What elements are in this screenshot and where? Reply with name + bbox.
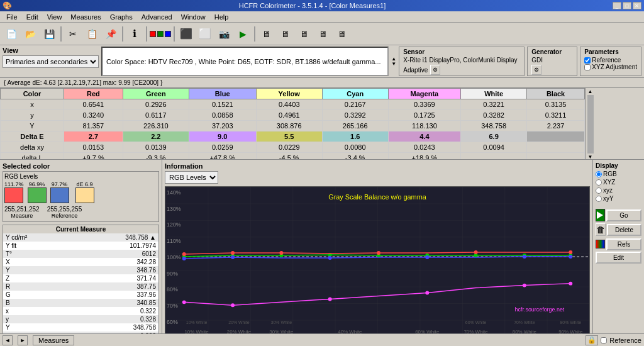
toolbar-monitor5[interactable]: 🖥 — [333, 25, 351, 43]
scroll-down[interactable]: ▼ — [588, 154, 593, 160]
delete-button[interactable]: Delete — [607, 224, 641, 236]
cell-cyan-dl: -3.4 % — [322, 153, 388, 160]
xyz-checkbox[interactable] — [584, 64, 591, 70]
reference-checkbox[interactable] — [584, 57, 591, 64]
view-select[interactable]: Primaries and secondaries — [3, 55, 99, 68]
toolbar-monitor4[interactable]: 🖥 — [314, 25, 332, 43]
menu-graphs[interactable]: Graphs — [106, 13, 136, 21]
status-icon: 🔒 — [586, 335, 598, 345]
color-space-arrows[interactable]: ▲ ▼ — [391, 47, 396, 76]
cm-label-X: X — [6, 259, 136, 265]
toolbar-pattern1[interactable]: ⬛ — [177, 25, 195, 43]
cell-yellow-x: 0.4403 — [256, 99, 322, 110]
toolbar-colors — [150, 31, 171, 37]
toolbar-new[interactable]: 📄 — [3, 25, 20, 43]
cell-blue-de: 9.0 — [189, 131, 256, 142]
nav-right-button[interactable]: ► — [18, 335, 28, 345]
blue-dot-2 — [231, 255, 235, 259]
maximize-button[interactable]: □ — [623, 2, 631, 9]
cm-row-11: y 0.328 — [3, 315, 158, 323]
title-bar-title: HCFR Colorimeter - 3.5.1.4 - [Color Meas… — [239, 2, 386, 9]
y-label-130: 130% — [167, 206, 181, 212]
toolbar-sep3 — [146, 26, 147, 42]
generator-settings-button[interactable]: ⚙ — [531, 65, 541, 75]
info-select[interactable]: RGB Levels — [165, 171, 218, 184]
table-row: x 0.6541 0.2926 0.1521 0.4403 0.2167 0.3… — [1, 99, 585, 110]
swatch-blue — [50, 187, 69, 203]
toolbar-cam[interactable]: 📷 — [215, 25, 233, 43]
close-button[interactable]: ✕ — [633, 2, 641, 9]
toolbar-sep2 — [122, 26, 123, 42]
toolbar-monitor3[interactable]: 🖥 — [296, 25, 313, 43]
menu-window[interactable]: Window — [177, 13, 209, 21]
menu-edit[interactable]: Edit — [23, 13, 42, 21]
x-label-20: 20% White — [227, 329, 252, 333]
cell-white-de: 6.9 — [461, 131, 527, 142]
cm-row-4: X 342.28 — [3, 258, 158, 266]
edit-button[interactable]: Edit — [596, 252, 641, 264]
menu-help[interactable]: Help — [211, 13, 233, 21]
menu-measures[interactable]: Measures — [67, 13, 104, 21]
toolbar-save[interactable]: 💾 — [40, 25, 58, 43]
radio-rgb[interactable] — [596, 171, 602, 177]
toolbar-info[interactable]: ℹ — [126, 25, 143, 43]
toolbar-paste[interactable]: 📌 — [102, 25, 119, 43]
radio-xyz[interactable] — [596, 179, 602, 186]
cell-red-dl: +9.7 % — [64, 153, 123, 160]
swatch-pct1: 111.7% — [4, 181, 24, 187]
go-button[interactable]: Go — [606, 209, 641, 221]
toolbar-monitor2[interactable]: 🖥 — [277, 25, 294, 43]
sensor-settings-button[interactable]: ⚙ — [430, 65, 440, 75]
minimize-button[interactable]: _ — [613, 2, 621, 9]
cm-value-t: 6012 — [142, 250, 156, 257]
scroll-up[interactable]: ▲ — [588, 89, 593, 94]
radio-xyy[interactable] — [596, 196, 602, 202]
radio-xyz2-row: xyz — [596, 187, 641, 194]
go-arrow — [597, 211, 603, 219]
th-yellow: Yellow — [256, 89, 322, 99]
measures-tab[interactable]: Measures — [33, 335, 74, 345]
menu-advanced[interactable]: Advanced — [138, 13, 176, 21]
radio-xyz2[interactable] — [596, 187, 602, 194]
row-label-y: y — [1, 110, 64, 121]
menu-view[interactable]: View — [43, 13, 66, 21]
reference-label: Reference — [592, 57, 621, 64]
toolbar-copy[interactable]: 📋 — [83, 25, 101, 43]
cell-green-de: 2.2 — [123, 131, 189, 142]
right-display-panel: Display RGB XYZ xyz xyY — [592, 160, 644, 333]
x-label-bottom-30: 30% White — [271, 320, 292, 325]
y-label-120: 120% — [167, 221, 181, 228]
cm-label-G: G — [6, 291, 136, 298]
toolbar-cut[interactable]: ✂ — [64, 25, 82, 43]
cell-cyan-y: 0.3292 — [322, 110, 388, 121]
table-row: delta L +9.7 % -9.3 % +47.8 % -4.5 % -3.… — [1, 153, 585, 160]
params-panel: Parameters Reference XYZ Adjustment — [580, 47, 641, 76]
red-dot-2 — [231, 251, 235, 255]
toolbar-play[interactable]: ▶ — [234, 25, 252, 43]
cm-label-Z: Z — [6, 275, 136, 282]
generator-value: GDI — [531, 57, 573, 64]
y-label-60: 60% — [167, 319, 178, 325]
table-wrapper[interactable]: Color Red Green Blue Yellow Cyan Magenta… — [0, 88, 585, 160]
info-title: Information — [165, 162, 590, 170]
toolbar-monitor1[interactable]: 🖥 — [258, 25, 275, 43]
nav-left-button[interactable]: ◄ — [3, 335, 13, 345]
scroll-thumb[interactable] — [587, 95, 594, 153]
table-scrollbar[interactable]: ▲ ▼ — [585, 88, 595, 160]
table-row-deltae: Delta E 2.7 2.2 9.0 5.5 1.6 4.4 6.9 — [1, 131, 585, 142]
refs-button[interactable]: Refs — [606, 238, 641, 250]
cm-value-y2: 0.328 — [140, 316, 156, 323]
x-label-bottom-10: 10% White — [186, 320, 208, 325]
toolbar-pattern2[interactable]: ⬜ — [196, 25, 214, 43]
reference-status-label: Reference — [609, 337, 641, 344]
toolbar-open[interactable]: 📂 — [21, 25, 39, 43]
x-label-bottom-80: 80% White — [560, 320, 582, 325]
cm-value-x2: 0.322 — [140, 308, 156, 315]
cell-black-x: 0.3135 — [527, 99, 585, 110]
menu-file[interactable]: File — [3, 13, 21, 21]
reference-status-checkbox[interactable] — [601, 337, 607, 343]
cell-cyan-de: 1.6 — [322, 131, 388, 142]
magenta-dot-2 — [231, 303, 235, 307]
cell-yellow-y: 0.4961 — [256, 110, 322, 121]
cell-magenta-y: 0.1725 — [388, 110, 460, 121]
